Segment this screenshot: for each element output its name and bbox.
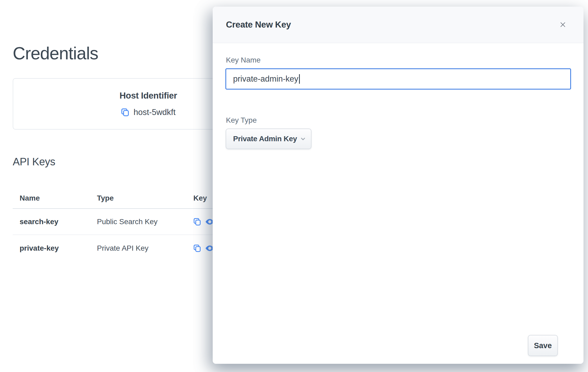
api-keys-title: API Keys — [13, 156, 55, 168]
create-key-drawer: Create New Key Key Name private-admin-ke… — [213, 7, 583, 364]
key-name-cell: private-key — [20, 244, 97, 253]
key-name-label: Key Name — [226, 56, 261, 64]
host-id-value: host-5wdkft — [133, 108, 176, 117]
page-title: Credentials — [13, 43, 98, 63]
key-type-cell: Public Search Key — [97, 218, 193, 226]
close-drawer-button[interactable] — [557, 19, 569, 30]
save-button[interactable]: Save — [528, 335, 558, 356]
key-type-label: Key Type — [226, 116, 257, 125]
key-name-cell: search-key — [20, 218, 97, 226]
copy-host-id-button[interactable] — [121, 108, 130, 117]
column-header-name: Name — [20, 194, 97, 202]
key-type-cell: Private API Key — [97, 244, 193, 253]
copy-key-button[interactable] — [193, 218, 201, 226]
key-type-selected-value: Private Admin Key — [233, 135, 297, 143]
copy-icon — [121, 108, 130, 117]
close-icon — [559, 21, 566, 28]
copy-icon — [193, 218, 201, 226]
drawer-header: Create New Key — [213, 7, 583, 43]
credentials-page: Credentials Host Identifier host-5wdkft … — [0, 0, 588, 372]
copy-key-button[interactable] — [193, 244, 201, 252]
key-name-input[interactable]: private-admin-key — [225, 68, 571, 90]
host-id-row: host-5wdkft — [121, 108, 176, 117]
host-card-title: Host Identifier — [119, 91, 177, 101]
copy-icon — [193, 244, 201, 252]
drawer-title: Create New Key — [226, 20, 291, 30]
column-header-type: Type — [97, 194, 193, 202]
key-type-select[interactable]: Private Admin Key — [226, 129, 311, 149]
chevron-down-icon — [300, 136, 306, 142]
text-cursor — [299, 74, 300, 84]
key-name-input-value: private-admin-key — [233, 74, 298, 84]
